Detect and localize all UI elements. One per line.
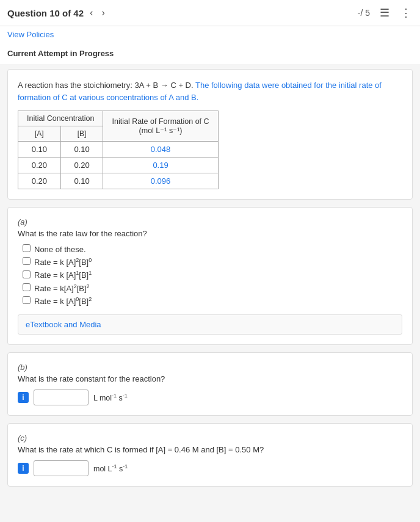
part-a-label: (a)	[18, 217, 402, 227]
option4-label: Rate = k[A]2[B]2	[34, 283, 90, 293]
etextbook-bar[interactable]: eTextbook and Media	[18, 314, 402, 335]
part-b-label: (b)	[18, 363, 402, 372]
part-c-question: What is the rate at which C is formed if…	[18, 445, 402, 454]
score-display: -/ 5	[358, 8, 370, 18]
question-label: Question 10 of 42	[7, 8, 84, 18]
list-item: Rate = k [A]0[B]2	[23, 296, 402, 306]
next-button[interactable]: ›	[99, 6, 107, 20]
part-b-answer-row: i L mol-1 s-1	[18, 390, 402, 405]
part-b-card: (b) What is the rate constant for the re…	[7, 352, 413, 416]
part-a-question: What is the rate law for the reaction?	[18, 229, 402, 238]
options-list: None of these. Rate = k [A]2[B]0 Rate = …	[23, 244, 402, 306]
row3-b: 0.10	[60, 173, 103, 189]
row2-rate: 0.19	[103, 158, 218, 173]
list-item: Rate = k [A]2[B]0	[23, 257, 402, 267]
part-c-info-button[interactable]: i	[18, 463, 29, 474]
part-b-question: What is the rate constant for the reacti…	[18, 374, 402, 383]
col-b-header: [B]	[60, 126, 103, 142]
option5-checkbox[interactable]	[23, 296, 31, 304]
option1-checkbox[interactable]	[23, 244, 31, 252]
part-b-info-button[interactable]: i	[18, 392, 29, 403]
main-content: A reaction has the stoichiometry: 3A + B…	[0, 64, 420, 491]
top-bar: Question 10 of 42 ‹ › -/ 5 ☰ ⋮	[0, 0, 420, 26]
part-a-card: (a) What is the rate law for the reactio…	[7, 207, 413, 345]
row2-a: 0.20	[18, 158, 61, 173]
part-b-unit: L mol-1 s-1	[93, 393, 128, 402]
option5-label: Rate = k [A]0[B]2	[34, 296, 92, 306]
option1-label: None of these.	[34, 245, 86, 254]
part-c-answer-input[interactable]	[34, 460, 89, 476]
list-item: Rate = k [A]1[B]1	[23, 270, 402, 280]
option4-checkbox[interactable]	[23, 283, 31, 291]
col2-header: Initial Rate of Formation of C (mol L⁻¹ …	[103, 111, 218, 142]
row1-b: 0.10	[60, 142, 103, 158]
etextbook-label: eTextbook and Media	[26, 320, 101, 329]
problem-text: A reaction has the stoichiometry: 3A + B…	[18, 79, 402, 103]
list-item: None of these.	[23, 244, 402, 254]
prev-button[interactable]: ‹	[87, 6, 95, 20]
list-item: Rate = k[A]2[B]2	[23, 283, 402, 293]
more-icon-button[interactable]: ⋮	[399, 5, 413, 21]
table-row: 0.20 0.20 0.19	[18, 158, 219, 173]
table-row: 0.20 0.10 0.096	[18, 173, 219, 189]
table-header-row: Initial Concentration Initial Rate of Fo…	[18, 111, 219, 126]
option2-checkbox[interactable]	[23, 257, 31, 265]
col2-sub-text: (mol L⁻¹ s⁻¹)	[139, 126, 183, 135]
option2-label: Rate = k [A]2[B]0	[34, 257, 92, 267]
option3-checkbox[interactable]	[23, 270, 31, 278]
row1-rate: 0.048	[103, 142, 218, 158]
part-c-unit: mol L-1 s-1	[93, 463, 128, 473]
current-attempt-label: Current Attempt in Progress	[7, 49, 114, 58]
table-row: 0.10 0.10 0.048	[18, 142, 219, 158]
view-policies-section: View Policies	[0, 26, 420, 45]
row1-a: 0.10	[18, 142, 61, 158]
row2-b: 0.20	[60, 158, 103, 173]
problem-card: A reaction has the stoichiometry: 3A + B…	[7, 69, 413, 200]
top-bar-left: Question 10 of 42 ‹ ›	[7, 6, 107, 20]
part-c-answer-row: i mol L-1 s-1	[18, 460, 402, 476]
part-b-answer-input[interactable]	[34, 390, 89, 405]
option3-label: Rate = k [A]1[B]1	[34, 270, 92, 280]
col2-header-text: Initial Rate of Formation of C	[112, 117, 209, 126]
top-bar-right: -/ 5 ☰ ⋮	[358, 5, 413, 21]
col-a-header: [A]	[18, 126, 61, 142]
row3-a: 0.20	[18, 173, 61, 189]
data-table: Initial Concentration Initial Rate of Fo…	[18, 111, 219, 189]
problem-text-part1: A reaction has the stoichiometry: 3A + B…	[18, 81, 194, 90]
row3-rate: 0.096	[103, 173, 218, 189]
list-icon-button[interactable]: ☰	[378, 5, 391, 21]
part-c-card: (c) What is the rate at which C is forme…	[7, 423, 413, 487]
view-policies-link[interactable]: View Policies	[7, 30, 54, 39]
part-c-label: (c)	[18, 433, 402, 443]
col1-header: Initial Concentration	[18, 111, 103, 126]
current-attempt-section: Current Attempt in Progress	[0, 45, 420, 64]
